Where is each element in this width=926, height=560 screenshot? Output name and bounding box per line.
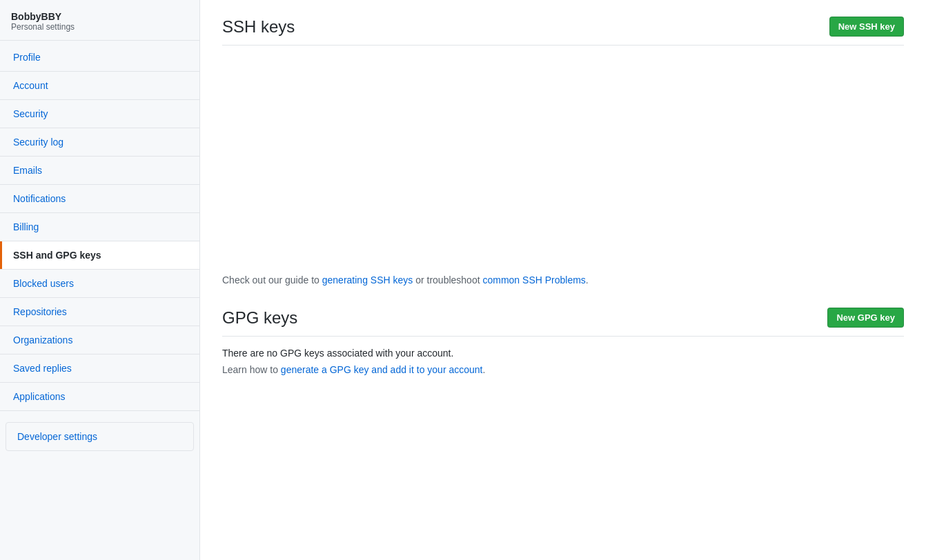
sidebar-item-blocked-users-link[interactable]: Blocked users xyxy=(0,270,199,297)
sidebar-item-repositories-link[interactable]: Repositories xyxy=(0,298,199,326)
sidebar-item-profile-link[interactable]: Profile xyxy=(0,43,199,71)
sidebar-item-profile[interactable]: Profile xyxy=(0,43,199,72)
new-ssh-key-button[interactable]: New SSH key xyxy=(829,17,904,37)
ssh-section-title: SSH keys xyxy=(222,17,295,37)
sidebar-item-account-link[interactable]: Account xyxy=(0,72,199,99)
sidebar-item-notifications-link[interactable]: Notifications xyxy=(0,185,199,212)
sidebar-item-repositories[interactable]: Repositories xyxy=(0,298,199,326)
generating-ssh-keys-link[interactable]: generating SSH keys xyxy=(322,274,413,286)
ssh-guide-middle: or troubleshoot xyxy=(413,274,482,286)
sidebar-item-security-log[interactable]: Security log xyxy=(0,128,199,157)
gpg-learn-prefix: Learn how to xyxy=(222,364,281,375)
sidebar-item-ssh-gpg-keys[interactable]: SSH and GPG keys xyxy=(0,241,199,270)
sidebar-nav: Profile Account Security Security log Em… xyxy=(0,43,199,411)
sidebar-item-blocked-users[interactable]: Blocked users xyxy=(0,270,199,298)
gpg-empty-text: There are no GPG keys associated with yo… xyxy=(222,348,904,359)
sidebar-item-billing-link[interactable]: Billing xyxy=(0,213,199,241)
gpg-section-header: GPG keys New GPG key xyxy=(222,308,904,337)
sidebar-item-saved-replies-link[interactable]: Saved replies xyxy=(0,354,199,382)
common-ssh-problems-link[interactable]: common SSH Problems xyxy=(482,274,585,286)
sidebar-item-notifications[interactable]: Notifications xyxy=(0,185,199,213)
sidebar-item-emails[interactable]: Emails xyxy=(0,157,199,185)
gpg-section: GPG keys New GPG key There are no GPG ke… xyxy=(222,308,904,375)
ssh-guide-text: Check out our guide to generating SSH ke… xyxy=(222,274,904,286)
main-content: SSH keys New SSH key Check out our guide… xyxy=(200,0,926,560)
sidebar-username: BobbyBBY xyxy=(11,11,188,22)
sidebar-item-billing[interactable]: Billing xyxy=(0,213,199,241)
developer-settings-link[interactable]: Developer settings xyxy=(6,423,193,450)
gpg-learn-suffix: . xyxy=(482,364,485,375)
sidebar-item-applications[interactable]: Applications xyxy=(0,383,199,411)
gpg-learn-text: Learn how to generate a GPG key and add … xyxy=(222,364,904,375)
ssh-section: SSH keys New SSH key Check out our guide… xyxy=(222,17,904,286)
sidebar-item-security[interactable]: Security xyxy=(0,100,199,128)
sidebar-item-applications-link[interactable]: Applications xyxy=(0,383,199,410)
sidebar-developer-settings[interactable]: Developer settings xyxy=(6,422,194,451)
generate-gpg-key-link[interactable]: generate a GPG key and add it to your ac… xyxy=(281,364,483,375)
ssh-empty-area xyxy=(222,57,904,263)
sidebar-item-emails-link[interactable]: Emails xyxy=(0,157,199,184)
sidebar-subtitle: Personal settings xyxy=(11,22,188,32)
new-gpg-key-button[interactable]: New GPG key xyxy=(827,308,904,328)
sidebar-item-organizations[interactable]: Organizations xyxy=(0,326,199,354)
sidebar-item-ssh-gpg-keys-link[interactable]: SSH and GPG keys xyxy=(0,241,199,269)
sidebar-item-organizations-link[interactable]: Organizations xyxy=(0,326,199,354)
ssh-section-header: SSH keys New SSH key xyxy=(222,17,904,46)
sidebar-item-saved-replies[interactable]: Saved replies xyxy=(0,354,199,383)
sidebar-item-security-link[interactable]: Security xyxy=(0,100,199,128)
sidebar: BobbyBBY Personal settings Profile Accou… xyxy=(0,0,200,560)
sidebar-item-account[interactable]: Account xyxy=(0,72,199,100)
ssh-guide-prefix: Check out our guide to xyxy=(222,274,322,286)
ssh-guide-suffix: . xyxy=(586,274,589,286)
gpg-section-title: GPG keys xyxy=(222,308,297,328)
sidebar-item-security-log-link[interactable]: Security log xyxy=(0,128,199,156)
sidebar-header: BobbyBBY Personal settings xyxy=(0,0,199,41)
